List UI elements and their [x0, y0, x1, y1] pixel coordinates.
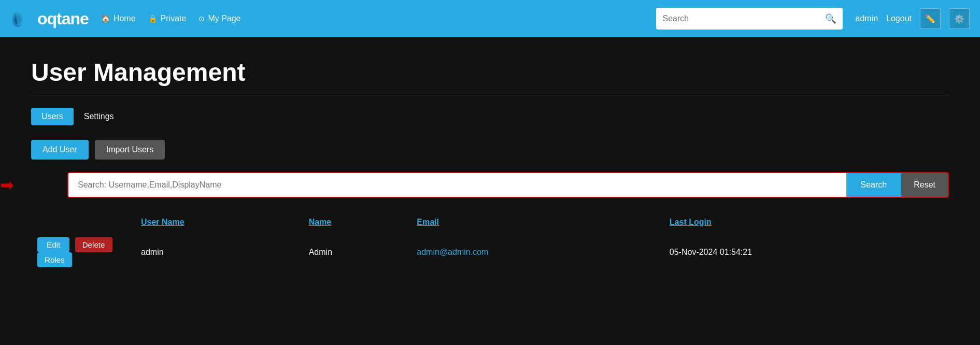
reset-button[interactable]: Reset	[901, 173, 948, 197]
edit-icon-button[interactable]: ✏️	[920, 8, 941, 29]
tab-settings[interactable]: Settings	[74, 108, 124, 125]
logout-link[interactable]: Logout	[886, 14, 912, 23]
search-button[interactable]: Search	[846, 173, 902, 197]
search-bar-wrapper: ➡ Search Reset	[31, 172, 949, 198]
search-input[interactable]	[68, 173, 846, 197]
roles-button[interactable]: Roles	[37, 252, 72, 267]
table-row: Edit Delete Roles admin Admin admin@admi…	[31, 232, 949, 272]
cell-email: admin@admin.com	[410, 232, 663, 272]
th-email[interactable]: Email	[410, 212, 663, 232]
table-body: Edit Delete Roles admin Admin admin@admi…	[31, 232, 949, 272]
email-link[interactable]: admin@admin.com	[417, 248, 488, 256]
navbar-username: admin	[855, 14, 878, 23]
table-header: User Name Name Email Last Login	[31, 212, 949, 232]
row-actions: Edit Delete Roles	[31, 232, 135, 272]
arrow-indicator: ➡	[0, 175, 14, 195]
cell-last-login: 05-Nov-2024 01:54:21	[663, 232, 949, 272]
nav-link-home[interactable]: 🏠 Home	[101, 14, 136, 23]
tabs-container: Users Settings	[31, 108, 949, 125]
page-title: User Management	[31, 58, 949, 87]
lock-icon: 🔒	[148, 15, 158, 23]
nav-label-home: Home	[113, 14, 136, 23]
main-content: User Management Users Settings Add User …	[0, 37, 980, 293]
nav-link-mypage[interactable]: ⊙ My Page	[198, 14, 240, 23]
navbar: oqtane 🏠 Home 🔒 Private ⊙ My Page 🔍 admi…	[0, 0, 980, 37]
brand-name: oqtane	[37, 9, 89, 28]
nav-label-private: Private	[161, 14, 187, 23]
nav-label-mypage: My Page	[208, 14, 240, 23]
action-buttons: Add User Import Users	[31, 140, 949, 160]
users-table: User Name Name Email Last Login Edit Del…	[31, 212, 949, 272]
tab-users[interactable]: Users	[31, 108, 74, 125]
th-last-login[interactable]: Last Login	[663, 212, 949, 232]
import-users-button[interactable]: Import Users	[95, 140, 165, 160]
search-bar-container: Search Reset	[67, 172, 949, 198]
add-user-button[interactable]: Add User	[31, 140, 89, 160]
nav-link-private[interactable]: 🔒 Private	[148, 14, 187, 23]
nav-links: 🏠 Home 🔒 Private ⊙ My Page	[101, 14, 644, 23]
th-name[interactable]: Name	[303, 212, 411, 232]
delete-button[interactable]: Delete	[75, 237, 112, 252]
navbar-search-input[interactable]	[656, 14, 819, 23]
settings-icon-button[interactable]: ⚙️	[949, 8, 970, 29]
navbar-search-button[interactable]: 🔍	[819, 13, 843, 24]
navbar-user-area: admin Logout ✏️ ⚙️	[855, 8, 970, 29]
brand-logo-icon	[10, 7, 33, 30]
cell-username: admin	[135, 232, 303, 272]
th-username[interactable]: User Name	[135, 212, 303, 232]
brand-link[interactable]: oqtane	[10, 7, 89, 30]
home-icon: 🏠	[101, 15, 110, 23]
divider	[31, 95, 949, 95]
navbar-search-container: 🔍	[656, 8, 843, 30]
edit-button[interactable]: Edit	[37, 237, 69, 252]
th-actions	[31, 212, 135, 232]
cell-name: Admin	[303, 232, 411, 272]
circle-icon: ⊙	[198, 15, 205, 23]
